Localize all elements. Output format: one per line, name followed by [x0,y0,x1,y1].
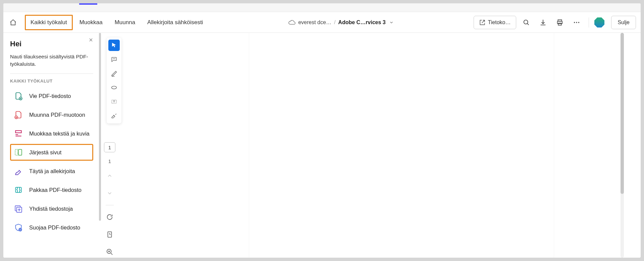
breadcrumb: everest dce… / Adobe C…rvices 3 [208,19,473,26]
signature-icon [111,112,117,119]
svg-rect-11 [15,150,18,155]
svg-point-6 [578,22,579,23]
tool-export-pdf[interactable]: Vie PDF-tiedosto [10,88,93,104]
tool-organize-pages[interactable]: Järjestä sivut [10,144,93,161]
body-area: Hei Nauti tilaukseesi sisältyvistä PDF-t… [3,33,641,258]
textbox-tool[interactable] [108,96,120,107]
zoom-in-icon [106,248,113,256]
tool-label: Muunna PDF-muotoon [29,112,85,118]
compress-pdf-icon [14,185,23,195]
export-pdf-icon [14,91,23,101]
rotate-icon [106,213,113,221]
left-panel: Hei Nauti tilaukseesi sisältyvistä PDF-t… [3,33,99,258]
svg-point-17 [112,86,117,89]
tool-label: Muokkaa tekstiä ja kuvia [29,130,90,137]
more-horizontal-icon [573,19,580,26]
document-page[interactable] [249,33,554,258]
tool-edit-text-images[interactable]: Muokkaa tekstiä ja kuvia [10,125,93,142]
tool-compress-pdf[interactable]: Pakkaa PDF-tiedosto [10,181,93,198]
breadcrumb-document-label: Adobe C…rvices 3 [338,19,385,25]
svg-rect-12 [15,188,21,193]
chevron-down-icon [389,20,394,25]
menu-esign[interactable]: Allekirjoita sähköisesti [142,15,208,30]
oval-icon [111,84,117,91]
panel-section-heading: KAIKKI TYÖKALUT [10,79,93,84]
home-icon [9,19,17,26]
top-bar: Kaikki työkalut Muokkaa Muunna Allekirjo… [3,12,641,33]
next-page-button[interactable] [104,188,115,199]
breadcrumb-cloud[interactable]: everest dce… [288,19,331,26]
toolbar-divider [589,17,589,28]
more-button[interactable] [570,16,583,29]
close-icon [89,38,93,42]
svg-rect-10 [18,150,22,155]
text-box-icon [111,98,117,105]
tool-label: Vie PDF-tiedosto [29,93,71,99]
active-tab-indicator [79,3,97,5]
print-icon [556,19,564,26]
scrollbar-thumb[interactable] [621,33,624,194]
print-button[interactable] [553,16,567,29]
tool-label: Yhdistä tiedostoja [29,206,73,212]
svg-rect-3 [558,23,561,25]
comment-tool[interactable] [108,54,120,65]
prev-page-button[interactable] [104,170,115,181]
chevron-up-icon [107,173,113,179]
tool-list: Vie PDF-tiedosto Muunna PDF-muotoon Muok… [10,88,93,236]
panel-title: Hei [10,40,93,48]
protect-pdf-icon [14,223,23,232]
menu-convert[interactable]: Muunna [109,15,141,30]
cursor-icon [111,42,117,49]
total-pages-label: 1 [108,158,111,164]
comment-icon [111,56,117,63]
page-fit-icon [106,231,113,238]
app-window: Kaikki työkalut Muokkaa Muunna Allekirjo… [3,3,641,258]
combine-files-icon [14,204,23,213]
rotate-button[interactable] [104,211,115,223]
document-canvas: 1 1 [101,33,641,258]
main-menu: Kaikki työkalut Muokkaa Muunna Allekirjo… [25,15,208,30]
close-button[interactable]: Sulje [611,16,636,29]
tool-combine-files[interactable]: Yhdistä tiedostoja [10,200,93,217]
tool-label: Täytä ja allekirjoita [29,168,75,174]
tool-convert-to-pdf[interactable]: Muunna PDF-muotoon [10,106,93,123]
rail-separator [106,205,114,205]
cloud-icon [288,19,296,26]
download-button[interactable] [536,16,550,29]
menu-all-tools[interactable]: Kaikki työkalut [25,15,73,30]
open-external-icon [479,19,485,25]
svg-point-0 [524,20,528,24]
breadcrumb-separator: / [334,19,335,25]
menu-edit[interactable]: Muokkaa [74,15,108,30]
search-button[interactable] [520,16,533,29]
fill-sign-icon [14,166,23,176]
breadcrumb-document[interactable]: Adobe C…rvices 3 [338,19,393,25]
select-tool[interactable] [108,40,120,51]
top-right-actions: Tietoko… Sulje [474,16,636,29]
tool-label: Suojaa PDF-tiedosto [29,224,80,231]
panel-divider [10,73,93,74]
edit-text-icon [14,129,23,138]
current-page-input[interactable]: 1 [104,142,115,152]
user-avatar[interactable] [594,17,604,28]
share-button[interactable]: Tietoko… [474,16,517,29]
svg-point-4 [574,22,575,23]
avatar-icon [594,17,604,28]
highlighter-icon [111,70,117,77]
home-button[interactable] [8,17,18,28]
svg-rect-9 [15,131,21,133]
tool-protect-pdf[interactable]: Suojaa PDF-tiedosto [10,219,93,236]
draw-tool[interactable] [108,82,120,93]
panel-subtitle: Nauti tilaukseesi sisältyvistä PDF-työka… [10,53,93,67]
tool-label: Pakkaa PDF-tiedosto [29,187,82,193]
breadcrumb-cloud-label: everest dce… [298,19,331,25]
highlight-tool[interactable] [108,68,120,79]
window-tab-strip [3,3,641,12]
panel-resizer[interactable] [99,33,101,258]
zoom-button[interactable] [104,246,115,258]
panel-close-button[interactable] [89,38,93,42]
scrollbar-vertical[interactable] [621,33,624,258]
page-fit-button[interactable] [104,229,115,240]
tool-fill-sign[interactable]: Täytä ja allekirjoita [10,163,93,179]
sign-tool[interactable] [108,110,120,121]
